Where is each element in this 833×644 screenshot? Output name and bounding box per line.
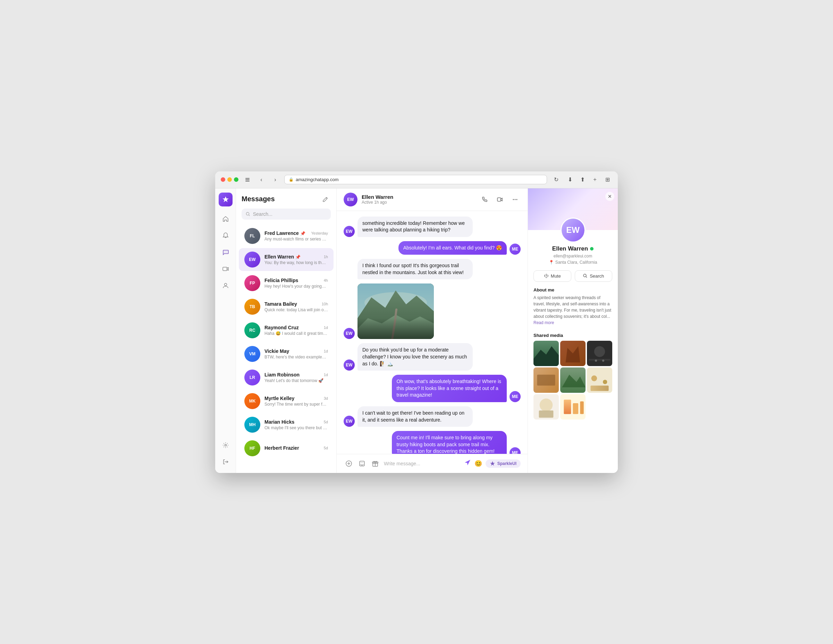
contact-item-raymond-cruz[interactable]: RC Raymond Cruz 1d Haha 😅 I would call i… [239,319,334,342]
contact-preview: BTW, here's the video examples for the f… [264,355,328,360]
sidebar-title: Messages [241,195,275,203]
message-bubble: Count me in! I'll make sure to bring alo… [392,431,507,453]
contact-info: Felicia Phillips 4h Hey hey! How's your … [264,278,328,289]
contact-preview: Ok maybe I'll see you there but yeah the… [264,426,328,430]
more-options-button[interactable] [510,194,521,205]
contact-avatar: MK [244,393,260,409]
mute-button[interactable]: Mute [534,270,571,282]
read-more-button[interactable]: Read more [534,320,554,325]
contact-item-vickie-may[interactable]: VM Vickie May 1d BTW, here's the video e… [239,342,334,365]
contact-info: Liam Robinson 1d Yeah! Let's do that tom… [264,372,328,383]
send-button[interactable] [464,459,471,468]
contact-avatar: TB [244,299,260,315]
contact-item-ellen-warren[interactable]: EW Ellen Warren📌 1h You: By the way, how… [239,248,334,271]
sidebar-item-notifications[interactable] [219,229,233,243]
message-row: EW [344,283,521,339]
new-tab-button[interactable]: ＋ [590,175,600,185]
message-bubble: something incredible today! Remember how… [357,217,473,237]
contact-name: Tamara Bailey [264,301,297,307]
chat-area: EW Ellen Warren Active 1h ago [337,188,527,473]
sticker-button[interactable] [357,458,367,469]
search-in-chat-button[interactable]: Search [575,270,613,282]
traffic-lights [221,177,238,182]
contact-item-liam-robinson[interactable]: LR Liam Robinson 1d Yeah! Let's do that … [239,366,334,389]
contact-avatar: HF [244,440,260,456]
search-input[interactable] [253,211,326,217]
panel-contact-name: Ellen Warren [534,245,612,252]
emoji-button[interactable]: 😊 [474,460,482,467]
share-button[interactable]: ⬆ [577,175,587,185]
sidebar-item-profile[interactable] [219,279,233,292]
panel-actions: Mute Search [528,270,618,287]
chat-contact-name: Ellen Warren [362,194,475,200]
contact-list: FL Fred Lawrence📌 Yesterday Any must-wat… [236,224,336,473]
contact-time: 5d [324,446,328,450]
chat-input-area: 😊 SparkleUI [337,454,527,473]
media-thumbnail[interactable] [587,341,612,366]
svg-rect-39 [564,399,571,414]
app-logo-icon[interactable] [219,193,233,206]
svg-rect-41 [580,401,584,414]
media-grid [534,341,612,419]
add-attachment-button[interactable] [344,458,354,469]
contact-preview: Sorry! The time went by super fast and I… [264,402,328,407]
contact-name: Raymond Cruz [264,325,299,330]
close-button[interactable] [221,177,225,182]
browser-chrome: ‹ › 🔒 amazingchatapp.com ↻ ⬇ ⬆ ＋ ⊞ [215,172,618,188]
chat-header-info: Ellen Warren Active 1h ago [362,194,475,205]
contact-item-myrtle-kelley[interactable]: MK Myrtle Kelley 3d Sorry! The time went… [239,390,334,413]
media-thumbnail[interactable] [560,368,585,393]
media-thumbnail[interactable] [534,394,559,419]
new-message-button[interactable] [320,194,331,204]
url-text: amazingchatapp.com [296,177,339,182]
sidebar-header: Messages [236,188,336,207]
svg-point-32 [592,375,597,381]
contact-info: Herbert Frazier 5d [264,445,328,451]
panel-close-button[interactable]: ✕ [605,192,614,201]
contact-time: 10h [322,302,328,306]
media-thumbnail[interactable] [560,394,585,419]
message-row: ME Oh wow, that's absolutely breathtakin… [344,375,521,402]
browser-actions: ⬇ ⬆ ＋ ⊞ [565,175,612,185]
messages-container: EW something incredible today! Remember … [337,211,527,454]
sidebar-item-settings[interactable] [219,438,233,452]
svg-point-5 [225,444,226,446]
download-button[interactable]: ⬇ [565,175,575,185]
svg-rect-1 [245,179,249,180]
sidebar-item-home[interactable] [219,212,233,226]
contact-item-marian-hicks[interactable]: MH Marian Hicks 5d Ok maybe I'll see you… [239,413,334,436]
sidebar-toggle-button[interactable] [243,175,252,185]
back-button[interactable]: ‹ [256,175,266,185]
media-thumbnail[interactable] [560,341,585,366]
maximize-button[interactable] [234,177,238,182]
voice-call-button[interactable] [479,194,490,205]
contact-item-fred-lawrence[interactable]: FL Fred Lawrence📌 Yesterday Any must-wat… [239,225,334,247]
media-thumbnail[interactable] [534,341,559,366]
address-bar[interactable]: 🔒 amazingchatapp.com [284,175,547,184]
contact-name: Vickie May [264,348,289,354]
minimize-button[interactable] [227,177,232,182]
contact-item-felicia-phillips[interactable]: FP Felicia Phillips 4h Hey hey! How's yo… [239,272,334,295]
lock-icon: 🔒 [289,177,294,182]
sidebar-item-messages[interactable] [219,245,233,259]
gift-button[interactable] [370,458,380,469]
contact-item-herbert-frazier[interactable]: HF Herbert Frazier 5d [239,437,334,460]
sidebar-item-logout[interactable] [219,455,233,469]
reload-button[interactable]: ↻ [551,175,561,185]
contact-preview: Quick note: today Lisa will join our tea… [264,307,328,312]
contact-item-tamara-bailey[interactable]: TB Tamara Bailey 10h Quick note: today L… [239,295,334,318]
message-bubble: Oh wow, that's absolutely breathtaking! … [392,375,507,402]
contact-time: 5d [324,420,328,424]
svg-point-33 [603,380,607,384]
media-thumbnail[interactable] [587,368,612,393]
svg-point-16 [361,462,362,463]
forward-button[interactable]: › [270,175,280,185]
video-call-button[interactable] [494,194,505,205]
tabs-button[interactable]: ⊞ [603,175,612,185]
message-row: ME Count me in! I'll make sure to bring … [344,431,521,453]
sidebar-item-video[interactable] [219,262,233,276]
svg-point-4 [224,283,227,286]
svg-point-10 [516,199,518,200]
media-thumbnail[interactable] [534,368,559,393]
message-input[interactable] [384,461,461,466]
